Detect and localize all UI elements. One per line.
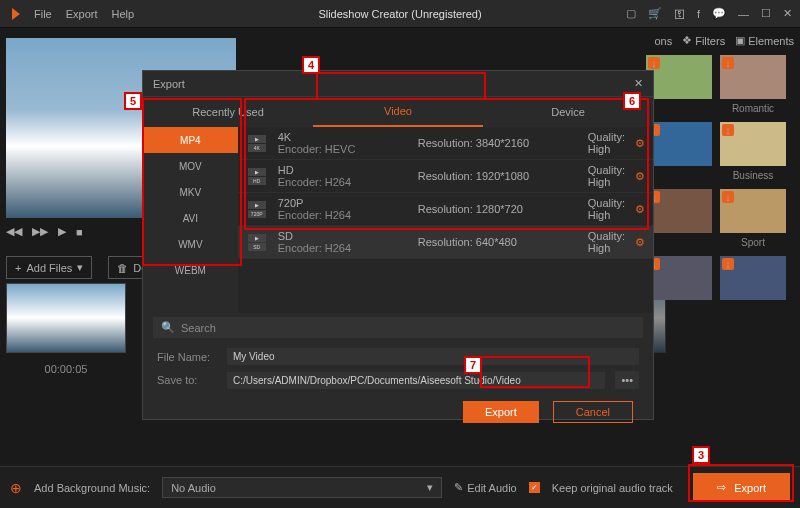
theme-item[interactable]: ↓ bbox=[646, 189, 712, 248]
saveto-input[interactable]: C:/Users/ADMIN/Dropbox/PC/Documents/Aise… bbox=[227, 372, 605, 389]
tab-filters[interactable]: ❖Filters bbox=[682, 34, 725, 47]
res-resolution: Resolution: 3840*2160 bbox=[418, 137, 578, 149]
close-icon[interactable]: ✕ bbox=[783, 7, 792, 20]
stop-icon[interactable]: ■ bbox=[76, 226, 83, 238]
format-wmv[interactable]: WMV bbox=[143, 231, 238, 257]
dialog-cancel-button[interactable]: Cancel bbox=[553, 401, 633, 423]
app-title: Slideshow Creator (Unregistered) bbox=[318, 8, 481, 20]
res-quality: Quality: High bbox=[588, 164, 625, 188]
tab-elements[interactable]: ▣Elements bbox=[735, 34, 794, 47]
gear-icon[interactable]: ⚙ bbox=[635, 170, 645, 183]
feedback-icon[interactable]: 💬 bbox=[712, 7, 726, 20]
clip-duration: 00:00:05 bbox=[6, 363, 126, 375]
add-files-button[interactable]: +Add Files▾ bbox=[6, 256, 92, 279]
theme-grid: ↓ ↓Romantic ↓ ↓Business ↓ ↓Sport ↓ ↓ bbox=[646, 55, 794, 300]
download-icon[interactable]: ↓ bbox=[648, 57, 660, 69]
gear-icon[interactable]: ⚙ bbox=[635, 236, 645, 249]
dialog-title: Export bbox=[153, 78, 185, 90]
theme-item[interactable]: ↓ bbox=[646, 256, 712, 300]
tab-transitions[interactable]: ons bbox=[654, 34, 672, 47]
elements-icon: ▣ bbox=[735, 34, 745, 47]
format-mp4[interactable]: MP4 bbox=[143, 127, 238, 153]
res-name: 720P bbox=[278, 197, 408, 209]
elements-label: Elements bbox=[748, 35, 794, 47]
plus-icon: + bbox=[15, 262, 21, 274]
res-quality: Quality: High bbox=[588, 230, 625, 254]
browse-button[interactable]: ••• bbox=[615, 371, 639, 389]
res-resolution: Resolution: 1920*1080 bbox=[418, 170, 578, 182]
res-resolution: Resolution: 640*480 bbox=[418, 236, 578, 248]
play-icon[interactable]: ▶ bbox=[58, 225, 66, 238]
filename-label: File Name: bbox=[157, 351, 217, 363]
res-name: SD bbox=[278, 230, 408, 242]
bottom-bar: ⊕ Add Background Music: No Audio▾ ✎Edit … bbox=[0, 466, 800, 508]
add-files-label: Add Files bbox=[26, 262, 72, 274]
search-input[interactable]: 🔍Search bbox=[153, 317, 643, 338]
gear-icon[interactable]: ⚙ bbox=[635, 137, 645, 150]
filters-icon: ❖ bbox=[682, 34, 692, 47]
theme-item[interactable]: ↓Business bbox=[720, 122, 786, 181]
timeline-clip[interactable]: 00:00:05 bbox=[6, 283, 126, 375]
facebook-icon[interactable]: f bbox=[697, 8, 700, 20]
main-export-button[interactable]: ⇨Export bbox=[693, 473, 790, 502]
menu-help[interactable]: Help bbox=[112, 8, 135, 20]
format-mov[interactable]: MOV bbox=[143, 153, 238, 179]
filename-input[interactable]: My Video bbox=[227, 348, 639, 365]
callout-num-7: 7 bbox=[464, 356, 482, 374]
dialog-export-button[interactable]: Export bbox=[463, 401, 539, 423]
minimize-icon[interactable]: — bbox=[738, 8, 749, 20]
resolution-4k[interactable]: ▶4K 4KEncoder: HEVC Resolution: 3840*216… bbox=[238, 127, 653, 160]
prev-icon[interactable]: ◀◀ bbox=[6, 225, 22, 238]
theme-label: Romantic bbox=[720, 103, 786, 114]
download-icon[interactable]: ↓ bbox=[722, 191, 734, 203]
menu-file[interactable]: File bbox=[34, 8, 52, 20]
edit-audio-button[interactable]: ✎Edit Audio bbox=[454, 481, 517, 494]
edit-audio-label: Edit Audio bbox=[467, 482, 517, 494]
callout-num-5: 5 bbox=[124, 92, 142, 110]
resolution-hd[interactable]: ▶HD HDEncoder: H264 Resolution: 1920*108… bbox=[238, 160, 653, 193]
theme-item[interactable]: ↓Sport bbox=[720, 189, 786, 248]
audio-select[interactable]: No Audio▾ bbox=[162, 477, 442, 498]
add-music-icon[interactable]: ⊕ bbox=[10, 480, 22, 496]
res-name: HD bbox=[278, 164, 408, 176]
screenshot-icon[interactable]: ▢ bbox=[626, 7, 636, 20]
download-icon[interactable]: ↓ bbox=[722, 258, 734, 270]
theme-item[interactable]: ↓ bbox=[646, 55, 712, 114]
export-icon: ⇨ bbox=[717, 481, 726, 494]
next-icon[interactable]: ▶▶ bbox=[32, 225, 48, 238]
theme-item[interactable]: ↓ bbox=[646, 122, 712, 181]
app-logo bbox=[8, 6, 24, 22]
maximize-icon[interactable]: ☐ bbox=[761, 7, 771, 20]
callout-num-3: 3 bbox=[692, 446, 710, 464]
menu-bar: File Export Help bbox=[34, 8, 134, 20]
theme-item[interactable]: ↓ bbox=[720, 256, 786, 300]
download-icon[interactable]: ↓ bbox=[722, 57, 734, 69]
format-mkv[interactable]: MKV bbox=[143, 179, 238, 205]
theme-item[interactable]: ↓Romantic bbox=[720, 55, 786, 114]
dialog-tabs: Recently Used Video Device bbox=[143, 97, 653, 127]
res-quality: Quality: High bbox=[588, 131, 625, 155]
resolution-720p[interactable]: ▶720P 720PEncoder: H264 Resolution: 1280… bbox=[238, 193, 653, 226]
dialog-body: MP4 MOV MKV AVI WMV WEBM ▶4K 4KEncoder: … bbox=[143, 127, 653, 313]
res-encoder: Encoder: H264 bbox=[278, 176, 408, 188]
download-icon[interactable]: ↓ bbox=[722, 124, 734, 136]
menu-export[interactable]: Export bbox=[66, 8, 98, 20]
keep-audio-checkbox[interactable]: ✓ bbox=[529, 482, 540, 493]
keep-audio-label: Keep original audio track bbox=[552, 482, 673, 494]
format-webm[interactable]: WEBM bbox=[143, 257, 238, 283]
gear-icon[interactable]: ⚙ bbox=[635, 203, 645, 216]
bg-music-label: Add Background Music: bbox=[34, 482, 150, 494]
res-name: 4K bbox=[278, 131, 408, 143]
key-icon[interactable]: ⚿ bbox=[674, 8, 685, 20]
pencil-icon: ✎ bbox=[454, 481, 463, 494]
dialog-close-icon[interactable]: ✕ bbox=[634, 77, 643, 90]
search-icon: 🔍 bbox=[161, 321, 175, 334]
resolution-sd[interactable]: ▶SD SDEncoder: H264 Resolution: 640*480 … bbox=[238, 226, 653, 259]
tab-recently-used[interactable]: Recently Used bbox=[143, 97, 313, 127]
window-controls: ▢ 🛒 ⚿ f 💬 — ☐ ✕ bbox=[626, 7, 792, 20]
main-content: ◀◀ ▶▶ ▶ ■ +Add Files▾ 🗑Delete 00:00:05 0… bbox=[0, 28, 800, 466]
tab-video[interactable]: Video bbox=[313, 97, 483, 127]
titlebar: File Export Help Slideshow Creator (Unre… bbox=[0, 0, 800, 28]
format-avi[interactable]: AVI bbox=[143, 205, 238, 231]
cart-icon[interactable]: 🛒 bbox=[648, 7, 662, 20]
